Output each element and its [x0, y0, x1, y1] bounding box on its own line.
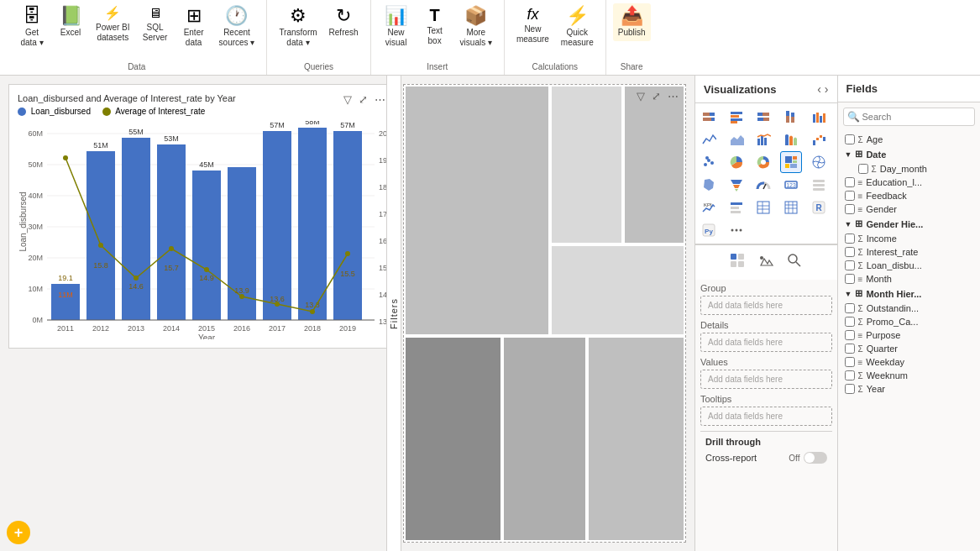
excel-button[interactable]: 📗 Excel: [52, 3, 89, 41]
field-date-header[interactable]: ▼ ⊞ Date: [841, 146, 977, 162]
viz-stacked-col[interactable]: [780, 106, 802, 128]
text-box-button[interactable]: T Textbox: [417, 3, 453, 50]
field-loan-disbursed[interactable]: Σ Loan_disbu...: [841, 259, 977, 272]
field-education[interactable]: ≡ Education_l...: [841, 176, 977, 189]
refresh-button[interactable]: ↻ Refresh: [324, 3, 364, 41]
recent-sources-button[interactable]: 🕐 Recentsources ▾: [214, 3, 260, 51]
bar-2019[interactable]: [333, 131, 362, 320]
viz-waterfall[interactable]: [808, 129, 830, 150]
viz-treemap[interactable]: [780, 151, 802, 173]
field-day-month-checkbox[interactable]: [858, 164, 868, 174]
cross-report-toggle[interactable]: [804, 452, 827, 464]
viz-kpi[interactable]: KPI: [698, 197, 720, 218]
details-drop-zone[interactable]: Add data fields here: [700, 333, 832, 352]
bar-2013[interactable]: [122, 138, 150, 320]
fields-search-input[interactable]: [843, 108, 976, 126]
viz-area[interactable]: [726, 129, 747, 150]
field-weeknum[interactable]: Σ Weeknum: [841, 369, 977, 382]
more-visuals-button[interactable]: 📦 Morevisuals ▾: [455, 3, 497, 51]
treemap-pane[interactable]: ▽ ⤢ ⋯: [403, 84, 686, 543]
viz-donut[interactable]: [752, 151, 774, 173]
viz-more[interactable]: [726, 219, 747, 241]
viz-map[interactable]: [808, 151, 830, 173]
field-gender[interactable]: ≡ Gender: [841, 202, 977, 216]
field-feedback-checkbox[interactable]: [845, 191, 855, 201]
field-loan-checkbox[interactable]: [845, 260, 855, 270]
field-quarter-checkbox[interactable]: [845, 344, 855, 354]
viz-python[interactable]: Py: [698, 219, 720, 241]
field-weekday-checkbox[interactable]: [845, 357, 855, 367]
field-education-checkbox[interactable]: [845, 177, 855, 187]
transform-data-button[interactable]: ⚙ Transformdata ▾: [274, 3, 322, 51]
new-measure-button[interactable]: fx Newmeasure: [511, 3, 554, 48]
field-outstanding-checkbox[interactable]: [845, 303, 855, 313]
tooltips-drop-zone[interactable]: Add data fields here: [700, 407, 832, 426]
viz-nav-next[interactable]: ›: [825, 82, 829, 96]
viz-matrix[interactable]: [780, 197, 802, 218]
treemap-filter-button[interactable]: ▽: [635, 88, 647, 104]
viz-funnel[interactable]: [726, 174, 747, 196]
enter-data-button[interactable]: ⊞ Enterdata: [176, 3, 212, 51]
viz-table[interactable]: [752, 197, 774, 218]
viz-card[interactable]: 123: [780, 174, 802, 196]
viz-r-visual[interactable]: R: [808, 197, 830, 218]
field-weekday[interactable]: ≡ Weekday: [841, 355, 977, 369]
field-outstanding[interactable]: Σ Outstandin...: [841, 302, 977, 315]
treemap-expand-button[interactable]: ⤢: [650, 88, 663, 104]
viz-nav-prev[interactable]: ‹: [817, 82, 821, 96]
field-gender-hier-header[interactable]: ▼ ⊞ Gender Hie...: [841, 216, 977, 232]
viz-stacked-bar[interactable]: [698, 106, 720, 128]
sql-server-button[interactable]: 🖥 SQLServer: [137, 3, 174, 46]
field-income[interactable]: Σ Income: [841, 232, 977, 245]
field-purpose-checkbox[interactable]: [845, 330, 855, 340]
field-weeknum-checkbox[interactable]: [845, 370, 855, 380]
bar-2014[interactable]: [157, 144, 186, 320]
field-interest-rate-checkbox[interactable]: [845, 247, 855, 257]
filter-visual-button[interactable]: ▽: [342, 92, 354, 108]
viz-scatter[interactable]: [698, 151, 720, 173]
field-month[interactable]: ≡ Month: [841, 272, 977, 286]
field-year[interactable]: Σ Year: [841, 382, 977, 396]
group-drop-zone[interactable]: Add data fields here: [700, 296, 832, 315]
viz-ribbon[interactable]: [780, 129, 802, 150]
analytics-tab-button[interactable]: [783, 250, 806, 275]
viz-pie[interactable]: [726, 151, 747, 173]
field-month-hier-header[interactable]: ▼ ⊞ Month Hier...: [841, 286, 977, 302]
bar-2017[interactable]: [263, 131, 291, 320]
viz-clustered-col[interactable]: [808, 106, 830, 128]
field-age[interactable]: Σ Age: [841, 133, 977, 146]
bar-2011[interactable]: [51, 284, 80, 320]
viz-gauge[interactable]: [752, 174, 774, 196]
field-quarter[interactable]: Σ Quarter: [841, 342, 977, 355]
field-gender-checkbox[interactable]: [845, 204, 855, 214]
viz-filled-map[interactable]: [698, 174, 720, 196]
field-interest-rate[interactable]: Σ Interest_rate: [841, 245, 977, 259]
field-month-checkbox[interactable]: [845, 274, 855, 284]
viz-line-clustered[interactable]: [752, 129, 774, 150]
filters-sidebar[interactable]: Filters: [386, 76, 401, 551]
field-promo[interactable]: Σ Promo_Ca...: [841, 315, 977, 328]
get-data-button[interactable]: 🗄 Getdata ▾: [13, 3, 50, 51]
field-income-checkbox[interactable]: [845, 234, 855, 244]
bar-2012[interactable]: [86, 151, 115, 320]
values-drop-zone[interactable]: Add data fields here: [700, 370, 832, 389]
bar-2015[interactable]: [192, 171, 221, 320]
fields-tab-button[interactable]: [726, 250, 749, 275]
more-options-button[interactable]: ⋯: [373, 92, 387, 108]
field-purpose[interactable]: ≡ Purpose: [841, 328, 977, 342]
viz-stacked-bar-100[interactable]: [752, 106, 774, 128]
viz-line[interactable]: [698, 129, 720, 150]
add-page-button[interactable]: +: [7, 521, 30, 544]
viz-slicer[interactable]: [726, 197, 747, 218]
field-year-checkbox[interactable]: [845, 384, 855, 394]
treemap-more-button[interactable]: ⋯: [666, 88, 680, 104]
field-feedback[interactable]: ≡ Feedback: [841, 189, 977, 202]
power-bi-datasets-button[interactable]: ⚡ Power BIdatasets: [91, 3, 135, 46]
field-day-month[interactable]: Σ Day_month: [841, 162, 977, 176]
viz-clustered-bar[interactable]: [726, 106, 747, 128]
focus-mode-button[interactable]: ⤢: [357, 92, 369, 108]
bar-2018[interactable]: [298, 128, 327, 320]
viz-multi-row-card[interactable]: [808, 174, 830, 196]
format-tab-button[interactable]: [754, 250, 778, 275]
field-promo-checkbox[interactable]: [845, 317, 855, 327]
